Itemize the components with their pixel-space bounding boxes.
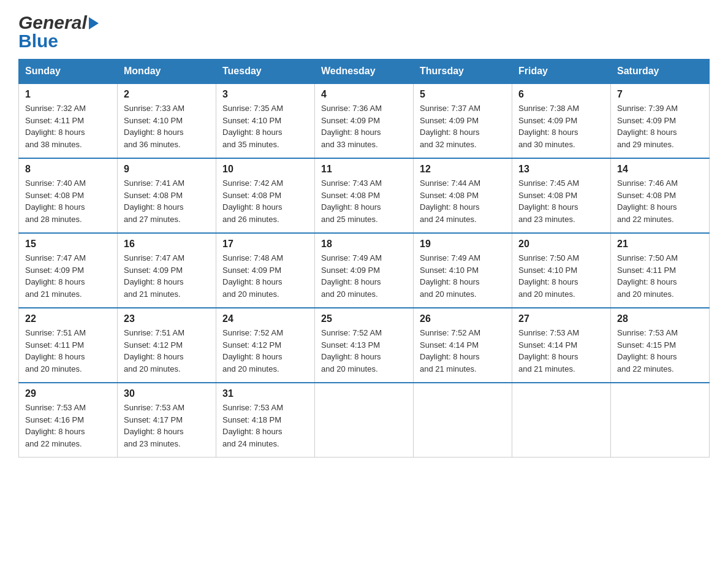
day-info: Sunrise: 7:48 AMSunset: 4:09 PMDaylight:… (222, 252, 308, 300)
day-info: Sunrise: 7:50 AMSunset: 4:11 PMDaylight:… (617, 252, 703, 300)
calendar-table: SundayMondayTuesdayWednesdayThursdayFrid… (18, 59, 710, 458)
calendar-day-cell: 2 Sunrise: 7:33 AMSunset: 4:10 PMDayligh… (118, 83, 216, 158)
day-info: Sunrise: 7:46 AMSunset: 4:08 PMDaylight:… (617, 177, 703, 225)
column-header-friday: Friday (512, 59, 611, 84)
day-number: 27 (518, 313, 604, 324)
calendar-day-cell: 21 Sunrise: 7:50 AMSunset: 4:11 PMDaylig… (611, 233, 710, 308)
calendar-day-cell: 30 Sunrise: 7:53 AMSunset: 4:17 PMDaylig… (118, 383, 216, 458)
day-info: Sunrise: 7:52 AMSunset: 4:13 PMDaylight:… (321, 327, 407, 375)
calendar-day-cell: 28 Sunrise: 7:53 AMSunset: 4:15 PMDaylig… (611, 308, 710, 383)
day-number: 1 (25, 89, 111, 100)
day-number: 13 (518, 164, 604, 175)
calendar-day-cell: 22 Sunrise: 7:51 AMSunset: 4:11 PMDaylig… (19, 308, 118, 383)
calendar-day-cell: 20 Sunrise: 7:50 AMSunset: 4:10 PMDaylig… (512, 233, 611, 308)
calendar-week-row: 29 Sunrise: 7:53 AMSunset: 4:16 PMDaylig… (19, 383, 710, 458)
column-header-wednesday: Wednesday (315, 59, 414, 84)
calendar-day-cell: 31 Sunrise: 7:53 AMSunset: 4:18 PMDaylig… (216, 383, 315, 458)
day-info: Sunrise: 7:53 AMSunset: 4:17 PMDaylight:… (124, 402, 210, 450)
day-info: Sunrise: 7:53 AMSunset: 4:14 PMDaylight:… (518, 327, 604, 375)
day-number: 11 (321, 164, 407, 175)
column-header-monday: Monday (118, 59, 216, 84)
calendar-day-cell: 29 Sunrise: 7:53 AMSunset: 4:16 PMDaylig… (19, 383, 118, 458)
column-header-tuesday: Tuesday (216, 59, 315, 84)
day-info: Sunrise: 7:51 AMSunset: 4:11 PMDaylight:… (25, 327, 111, 375)
day-info: Sunrise: 7:53 AMSunset: 4:16 PMDaylight:… (25, 402, 111, 450)
day-number: 25 (321, 313, 407, 324)
day-number: 30 (124, 388, 210, 399)
day-info: Sunrise: 7:53 AMSunset: 4:15 PMDaylight:… (617, 327, 703, 375)
page-header: General Blue (18, 12, 710, 52)
empty-day-cell (414, 383, 512, 458)
calendar-day-cell: 8 Sunrise: 7:40 AMSunset: 4:08 PMDayligh… (19, 158, 118, 233)
calendar-day-cell: 12 Sunrise: 7:44 AMSunset: 4:08 PMDaylig… (414, 158, 512, 233)
day-number: 23 (124, 313, 210, 324)
day-info: Sunrise: 7:39 AMSunset: 4:09 PMDaylight:… (617, 102, 703, 150)
calendar-day-cell: 23 Sunrise: 7:51 AMSunset: 4:12 PMDaylig… (118, 308, 216, 383)
day-info: Sunrise: 7:32 AMSunset: 4:11 PMDaylight:… (25, 102, 111, 150)
calendar-day-cell: 6 Sunrise: 7:38 AMSunset: 4:09 PMDayligh… (512, 83, 611, 158)
calendar-header-row: SundayMondayTuesdayWednesdayThursdayFrid… (19, 59, 710, 84)
day-info: Sunrise: 7:49 AMSunset: 4:09 PMDaylight:… (321, 252, 407, 300)
day-number: 29 (25, 388, 111, 399)
logo-arrow-icon (89, 17, 99, 29)
day-info: Sunrise: 7:43 AMSunset: 4:08 PMDaylight:… (321, 177, 407, 225)
day-number: 4 (321, 89, 407, 100)
calendar-day-cell: 5 Sunrise: 7:37 AMSunset: 4:09 PMDayligh… (414, 83, 512, 158)
calendar-week-row: 1 Sunrise: 7:32 AMSunset: 4:11 PMDayligh… (19, 83, 710, 158)
empty-day-cell (611, 383, 710, 458)
calendar-day-cell: 13 Sunrise: 7:45 AMSunset: 4:08 PMDaylig… (512, 158, 611, 233)
day-info: Sunrise: 7:38 AMSunset: 4:09 PMDaylight:… (518, 102, 604, 150)
calendar-week-row: 8 Sunrise: 7:40 AMSunset: 4:08 PMDayligh… (19, 158, 710, 233)
day-number: 31 (222, 388, 308, 399)
day-info: Sunrise: 7:50 AMSunset: 4:10 PMDaylight:… (518, 252, 604, 300)
day-info: Sunrise: 7:33 AMSunset: 4:10 PMDaylight:… (124, 102, 210, 150)
day-number: 26 (420, 313, 506, 324)
day-info: Sunrise: 7:44 AMSunset: 4:08 PMDaylight:… (420, 177, 506, 225)
calendar-day-cell: 17 Sunrise: 7:48 AMSunset: 4:09 PMDaylig… (216, 233, 315, 308)
day-number: 17 (222, 239, 308, 250)
day-info: Sunrise: 7:52 AMSunset: 4:12 PMDaylight:… (222, 327, 308, 375)
empty-day-cell (315, 383, 414, 458)
day-number: 19 (420, 239, 506, 250)
day-number: 21 (617, 239, 703, 250)
logo-blue-text: Blue (18, 31, 58, 52)
day-number: 10 (222, 164, 308, 175)
day-number: 15 (25, 239, 111, 250)
day-info: Sunrise: 7:51 AMSunset: 4:12 PMDaylight:… (124, 327, 210, 375)
day-info: Sunrise: 7:47 AMSunset: 4:09 PMDaylight:… (25, 252, 111, 300)
day-number: 5 (420, 89, 506, 100)
calendar-day-cell: 10 Sunrise: 7:42 AMSunset: 4:08 PMDaylig… (216, 158, 315, 233)
calendar-day-cell: 14 Sunrise: 7:46 AMSunset: 4:08 PMDaylig… (611, 158, 710, 233)
day-number: 8 (25, 164, 111, 175)
day-number: 14 (617, 164, 703, 175)
calendar-day-cell: 9 Sunrise: 7:41 AMSunset: 4:08 PMDayligh… (118, 158, 216, 233)
day-info: Sunrise: 7:45 AMSunset: 4:08 PMDaylight:… (518, 177, 604, 225)
day-info: Sunrise: 7:42 AMSunset: 4:08 PMDaylight:… (222, 177, 308, 225)
column-header-saturday: Saturday (611, 59, 710, 84)
logo: General Blue (18, 12, 99, 52)
calendar-week-row: 15 Sunrise: 7:47 AMSunset: 4:09 PMDaylig… (19, 233, 710, 308)
day-info: Sunrise: 7:41 AMSunset: 4:08 PMDaylight:… (124, 177, 210, 225)
day-info: Sunrise: 7:37 AMSunset: 4:09 PMDaylight:… (420, 102, 506, 150)
calendar-day-cell: 4 Sunrise: 7:36 AMSunset: 4:09 PMDayligh… (315, 83, 414, 158)
day-info: Sunrise: 7:53 AMSunset: 4:18 PMDaylight:… (222, 402, 308, 450)
day-number: 12 (420, 164, 506, 175)
calendar-day-cell: 11 Sunrise: 7:43 AMSunset: 4:08 PMDaylig… (315, 158, 414, 233)
calendar-day-cell: 26 Sunrise: 7:52 AMSunset: 4:14 PMDaylig… (414, 308, 512, 383)
column-header-sunday: Sunday (19, 59, 118, 84)
empty-day-cell (512, 383, 611, 458)
calendar-day-cell: 25 Sunrise: 7:52 AMSunset: 4:13 PMDaylig… (315, 308, 414, 383)
day-info: Sunrise: 7:40 AMSunset: 4:08 PMDaylight:… (25, 177, 111, 225)
day-number: 2 (124, 89, 210, 100)
calendar-day-cell: 19 Sunrise: 7:49 AMSunset: 4:10 PMDaylig… (414, 233, 512, 308)
logo-general-text: General (18, 12, 87, 33)
day-number: 22 (25, 313, 111, 324)
day-number: 7 (617, 89, 703, 100)
day-info: Sunrise: 7:35 AMSunset: 4:10 PMDaylight:… (222, 102, 308, 150)
day-number: 6 (518, 89, 604, 100)
day-number: 24 (222, 313, 308, 324)
day-number: 3 (222, 89, 308, 100)
calendar-week-row: 22 Sunrise: 7:51 AMSunset: 4:11 PMDaylig… (19, 308, 710, 383)
calendar-day-cell: 7 Sunrise: 7:39 AMSunset: 4:09 PMDayligh… (611, 83, 710, 158)
calendar-day-cell: 15 Sunrise: 7:47 AMSunset: 4:09 PMDaylig… (19, 233, 118, 308)
